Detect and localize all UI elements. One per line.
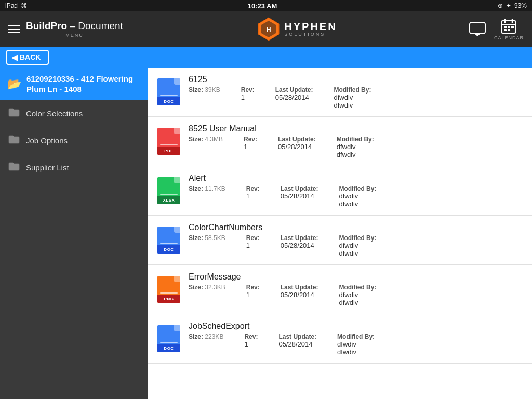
logo-icon: H [255, 16, 282, 43]
file-rev-group: Rev: 1 [246, 185, 260, 208]
file-icon: PNG [157, 276, 180, 303]
modified-by-label: Modified By: [339, 234, 376, 242]
svg-rect-9 [504, 26, 507, 28]
last-update-value: 05/28/2014 [278, 143, 316, 151]
file-type-badge: DOC [157, 97, 180, 105]
file-icon-wrapper: DOC [157, 227, 180, 254]
doc-fold-icon [174, 276, 180, 282]
back-arrow-icon: ◀ [11, 52, 18, 62]
file-modified-group: Modified By: dfwdivdfwdiv [337, 136, 374, 158]
svg-rect-12 [504, 29, 507, 31]
file-row[interactable]: PDF 8525 User Manual Size: 4.3MB Rev: 1 … [148, 117, 532, 166]
file-update-group: Last Update: 05/28/2014 [281, 284, 318, 307]
message-button[interactable] [469, 22, 486, 36]
size-label: Size: 4.3MB [189, 136, 223, 143]
header-left: BuildPro – Document MENU [8, 20, 123, 38]
file-update-group: Last Update: 05/28/2014 [281, 185, 318, 208]
file-rev-group: Rev: 1 [244, 136, 257, 158]
rev-value: 1 [246, 242, 260, 249]
file-modified-group: Modified By: dfwdivdfwdiv [334, 86, 371, 109]
calendar-button[interactable]: CALENDAR [494, 18, 524, 41]
modified-by-label: Modified By: [339, 185, 376, 192]
file-type-badge: DOC [157, 245, 180, 254]
sidebar-item-color-selections[interactable]: Color Selections [0, 100, 148, 127]
file-rev-group: Rev: 1 [244, 333, 258, 356]
sidebar-item-supplier-list[interactable]: Supplier List [0, 154, 148, 181]
file-meta: Size: 223KB Rev: 1 Last Update: 05/28/20… [189, 333, 523, 356]
rev-value: 1 [244, 143, 257, 151]
file-update-group: Last Update: 05/28/2014 [275, 86, 313, 109]
modified-by-label: Modified By: [334, 86, 371, 94]
file-modified-group: Modified By: dfwdivdfwdiv [339, 284, 376, 307]
svg-rect-13 [508, 29, 510, 31]
size-label: Size: 223KB [189, 333, 223, 340]
last-update-label: Last Update: [281, 284, 318, 291]
file-meta: Size: 11.7KB Rev: 1 Last Update: 05/28/2… [189, 185, 523, 208]
sidebar-item-job-options[interactable]: Job Options [0, 127, 148, 154]
last-update-label: Last Update: [281, 185, 318, 192]
company-logo: H HYPHEN SOLUTIONS [255, 16, 337, 43]
rev-label: Rev: [246, 234, 260, 242]
app-header: BuildPro – Document MENU H HYPHEN SOLUTI… [0, 11, 532, 47]
doc-fold-icon [174, 177, 180, 183]
file-row[interactable]: DOC JobSchedExport Size: 223KB Rev: 1 La… [148, 314, 532, 364]
modified-by-value: dfwdivdfwdiv [337, 340, 375, 356]
svg-marker-4 [474, 34, 481, 36]
file-icon: XLSX [157, 177, 180, 204]
rev-value: 1 [246, 192, 260, 200]
file-row[interactable]: DOC 6125 Size: 39KB Rev: 1 Last Update: … [148, 68, 532, 117]
file-icon: DOC [157, 325, 180, 352]
sidebar-color-selections-label: Color Selections [26, 109, 83, 118]
rev-value: 1 [244, 340, 258, 348]
sidebar: 📂 61209210336 - 412 Flowering Plum Ln - … [0, 68, 148, 399]
rev-value: 1 [241, 94, 255, 101]
rev-label: Rev: [241, 86, 255, 94]
file-info: 6125 Size: 39KB Rev: 1 Last Update: 05/2… [189, 75, 523, 109]
size-label: Size: 58.5KB [189, 234, 225, 242]
bluetooth-icon: ✦ [506, 2, 511, 9]
svg-rect-10 [508, 26, 510, 28]
svg-text:H: H [267, 25, 271, 33]
back-button[interactable]: ◀ BACK [6, 50, 49, 65]
file-name: Alert [189, 174, 523, 183]
menu-label: MENU [65, 33, 84, 38]
file-icon-wrapper: DOC [157, 78, 180, 105]
doc-fold-icon [174, 227, 180, 233]
app-title: BuildPro – Document [26, 20, 123, 32]
last-update-value: 05/28/2014 [278, 340, 316, 348]
file-name: JobSchedExport [189, 322, 523, 331]
menu-button[interactable] [8, 25, 20, 33]
svg-rect-11 [511, 26, 514, 28]
folder-icon-color [8, 108, 20, 119]
calendar-label: CALENDAR [494, 35, 524, 41]
rev-label: Rev: [244, 136, 257, 143]
main-layout: 📂 61209210336 - 412 Flowering Plum Ln - … [0, 68, 532, 399]
back-bar: ◀ BACK [0, 47, 532, 68]
file-meta: Size: 58.5KB Rev: 1 Last Update: 05/28/2… [189, 234, 523, 257]
file-update-group: Last Update: 05/28/2014 [281, 234, 318, 257]
file-row[interactable]: PNG ErrorMessage Size: 32.3KB Rev: 1 Las… [148, 265, 532, 314]
doc-fold-icon [174, 78, 180, 85]
folder-icon-job [8, 135, 20, 147]
file-size-group: Size: 223KB [189, 333, 223, 356]
last-update-value: 05/28/2014 [281, 242, 318, 249]
logo-sub: SOLUTIONS [284, 32, 337, 37]
file-info: 8525 User Manual Size: 4.3MB Rev: 1 Last… [189, 124, 523, 158]
file-row[interactable]: DOC ColorChartNumbers Size: 58.5KB Rev: … [148, 216, 532, 265]
modified-by-label: Modified By: [337, 333, 375, 340]
modified-by-value: dfwdivdfwdiv [339, 291, 376, 307]
last-update-value: 05/28/2014 [275, 94, 313, 101]
doc-fold-icon [174, 128, 180, 134]
file-row[interactable]: XLSX Alert Size: 11.7KB Rev: 1 Last Upda… [148, 166, 532, 216]
file-size-group: Size: 58.5KB [189, 234, 225, 257]
folder-icon-supplier [8, 162, 20, 174]
status-bar: iPad ⌘ 10:23 AM ⊕ ✦ 93% [0, 0, 532, 11]
file-size-group: Size: 4.3MB [189, 136, 223, 158]
last-update-value: 05/28/2014 [281, 291, 318, 299]
rev-label: Rev: [246, 284, 260, 291]
file-rev-group: Rev: 1 [246, 284, 260, 307]
file-update-group: Last Update: 05/28/2014 [278, 136, 316, 158]
file-name: 8525 User Manual [189, 124, 523, 134]
status-right: ⊕ ✦ 93% [498, 2, 527, 9]
logo-text: HYPHEN [284, 21, 337, 32]
